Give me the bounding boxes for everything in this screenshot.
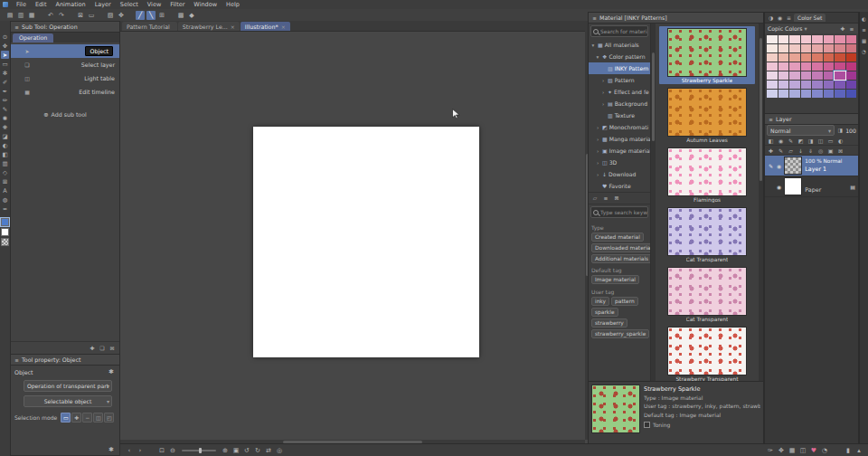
transfer-down-button[interactable]: ↓ [797, 147, 805, 155]
close-icon[interactable]: × [281, 24, 286, 30]
color-set-menu-button[interactable]: ≡ [848, 25, 855, 33]
save-button[interactable]: ▦ [27, 11, 36, 20]
snap-to-ruler-button[interactable]: ╱ [136, 11, 145, 20]
color-swatch[interactable] [824, 71, 835, 80]
color-swatch[interactable] [778, 90, 789, 98]
document-page[interactable] [253, 127, 479, 357]
material-item[interactable]: Cat Transparent [659, 265, 755, 323]
material-palette-button[interactable]: ▩ [176, 11, 185, 20]
selection-mode-add[interactable]: ✚ [71, 413, 81, 423]
color-swatch[interactable] [824, 90, 835, 98]
menu-edit[interactable]: Edit [31, 1, 52, 8]
menu-select[interactable]: Select [116, 1, 143, 8]
gradient-tool[interactable]: ▥ [1, 159, 9, 167]
layer-visibility-eye-icon[interactable]: ◉ [777, 163, 781, 169]
zoom-in-button[interactable]: ⊕ [221, 446, 230, 455]
tree-item-background[interactable]: › ▤ Background [589, 98, 650, 109]
color-swatch[interactable] [767, 90, 778, 98]
color-swatch[interactable] [778, 62, 789, 71]
text-tool[interactable]: A [1, 186, 9, 195]
color-swatch[interactable] [824, 62, 835, 71]
tree-item-3d[interactable]: › ◫ 3D [589, 157, 650, 168]
tag-sparkle[interactable]: sparkle [591, 308, 618, 317]
tree-expander-icon[interactable]: › [595, 160, 600, 166]
filter-created-material[interactable]: Created material [591, 233, 644, 242]
color-swatch[interactable] [846, 62, 857, 71]
tab-color-set[interactable]: Color Set [794, 14, 826, 22]
menu-window[interactable]: Window [189, 1, 222, 8]
color-swatch[interactable] [835, 90, 845, 98]
color-swatch[interactable] [835, 44, 845, 52]
color-swatch[interactable] [789, 90, 800, 98]
color-swatch[interactable] [835, 62, 845, 71]
snap-to-grid-button[interactable]: ⊞ [157, 11, 166, 20]
filter-additional-materials[interactable]: Additional materials [591, 254, 650, 263]
menu-filter[interactable]: Filter [165, 1, 189, 8]
color-swatch[interactable] [789, 44, 800, 52]
main-color-swatch[interactable] [1, 218, 9, 226]
tree-expander-icon[interactable]: › [600, 101, 606, 107]
color-swatch[interactable] [801, 35, 812, 43]
color-swatch[interactable] [767, 71, 778, 80]
color-swatch[interactable] [767, 35, 778, 43]
color-mixer-tab-icon[interactable]: ◉ [776, 14, 784, 22]
tree-item-effect-and-feeling[interactable]: › ✦ Effect and fe [589, 86, 650, 98]
rotate-right-button[interactable]: ↻ [253, 446, 262, 455]
tree-expander-icon[interactable]: › [595, 137, 600, 142]
menu-file[interactable]: File [12, 1, 31, 8]
material-item[interactable]: Cat Transparent [659, 205, 755, 263]
selection-mode-exclude[interactable]: ◰ [104, 413, 114, 423]
balloon-tool[interactable]: ◍ [1, 195, 9, 204]
decoration-tool[interactable]: ❋ [1, 123, 9, 131]
color-swatch[interactable] [767, 81, 778, 89]
zoom-tool[interactable]: ⊙ [1, 33, 9, 41]
zoom-out-button[interactable]: ⊖ [168, 446, 177, 455]
color-swatch[interactable] [835, 81, 845, 89]
tree-item-pattern[interactable]: › ▧ Pattern [589, 74, 650, 86]
material-item[interactable]: Flamingos [659, 146, 755, 204]
color-swatch[interactable] [812, 62, 823, 71]
material-list-view-button[interactable]: ≡ [602, 195, 609, 202]
transparent-color-swatch[interactable] [1, 238, 9, 246]
expand-statusbar-icon[interactable]: ▴ [854, 446, 863, 455]
sub-tool-detail-wrench-icon[interactable]: ✱ [107, 445, 116, 454]
grid-icon[interactable]: ▦ [788, 446, 797, 455]
canvas-viewport[interactable] [120, 31, 585, 440]
color-swatch[interactable] [835, 35, 845, 43]
clip-at-layer-below-icon[interactable]: ◧ [767, 137, 775, 145]
color-swatch[interactable] [812, 53, 823, 62]
fill-tool[interactable]: ◧ [1, 150, 9, 158]
color-history-panel-tab-icon[interactable]: ◔ [861, 48, 867, 54]
tab-strawberry-le[interactable]: Strawberry Le... × [178, 22, 240, 31]
tree-expander-icon[interactable]: ▾ [595, 54, 600, 60]
color-swatch[interactable] [789, 81, 800, 89]
color-swatch[interactable] [835, 71, 845, 80]
draft-layer-icon[interactable]: ✎ [787, 137, 795, 145]
history-icon[interactable]: ◔ [820, 446, 829, 455]
hand-icon[interactable]: ✥ [777, 446, 786, 455]
material-item[interactable]: Autumn Leaves [659, 86, 755, 144]
apply-mask-button[interactable]: ▣ [826, 147, 835, 155]
operation-tool[interactable]: ➤ [1, 51, 9, 59]
clip-studio-button[interactable]: ◆ [187, 11, 196, 20]
open-file-button[interactable]: ▥ [16, 11, 25, 20]
tag-search-input[interactable]: Type search keyw [590, 206, 648, 218]
auto-select-tool[interactable]: ✻ [1, 69, 9, 77]
tree-item-monochromatic[interactable]: › ◩ Monochromati [589, 121, 650, 133]
blend-tool[interactable]: ◐ [1, 141, 9, 149]
color-wheel-panel-tab-icon[interactable]: ◐ [861, 15, 867, 22]
selection-mode-intersect[interactable]: ◫ [93, 413, 103, 423]
color-swatch[interactable] [846, 35, 857, 43]
create-mask-button[interactable]: ◎ [816, 147, 825, 155]
color-swatch[interactable] [801, 71, 812, 80]
add-subtool-button[interactable]: ✚ [89, 345, 96, 352]
menu-layer[interactable]: Layer [90, 1, 116, 8]
panel-menu-icon[interactable]: ≡ [14, 24, 20, 30]
tree-item-download[interactable]: › ↓ Download [589, 168, 650, 180]
actual-size-button[interactable]: ▣ [231, 446, 241, 455]
wrench-icon[interactable]: ✱ [107, 367, 116, 376]
material-list-scrollbar[interactable] [759, 24, 763, 381]
tree-expander-icon[interactable]: › [600, 78, 606, 83]
new-vector-layer-button[interactable]: ✎ [777, 147, 785, 155]
snap-to-special-ruler-button[interactable]: ╲ [146, 11, 156, 20]
